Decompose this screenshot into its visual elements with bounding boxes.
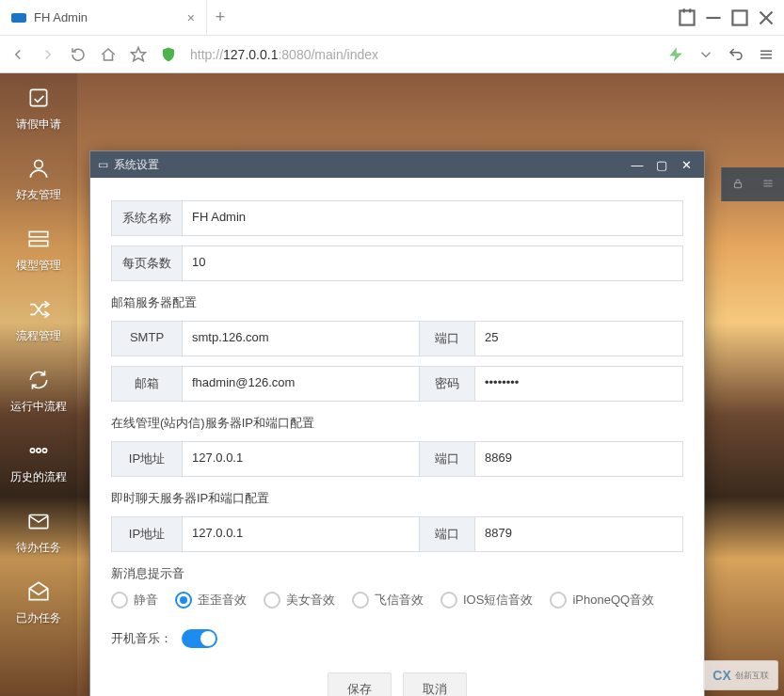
modal-close-icon[interactable]: ✕ (676, 156, 696, 173)
refresh-icon (25, 367, 52, 393)
chat-ip-input[interactable]: 127.0.0.1 (183, 517, 419, 551)
mailbox-label: 邮箱 (112, 367, 183, 401)
sidebar-item-label: 好友管理 (16, 187, 61, 203)
url-port: :8080 (278, 47, 311, 62)
smtp-port-label: 端口 (419, 322, 475, 356)
shield-icon[interactable] (160, 46, 177, 63)
svg-point-11 (35, 160, 43, 168)
page-size-input[interactable]: 10 (183, 246, 682, 280)
server-icon (25, 226, 52, 252)
password-label: 密码 (419, 367, 475, 401)
home-icon[interactable] (100, 46, 117, 63)
window-icon: ▭ (98, 158, 108, 171)
sidebar-item-todo[interactable]: 待办任务 (16, 508, 61, 556)
forward-icon[interactable] (40, 46, 56, 63)
sidebar-item-label: 模型管理 (16, 258, 61, 274)
sidebar-item-friends[interactable]: 好友管理 (16, 155, 61, 203)
flash-icon[interactable] (667, 46, 684, 63)
sound-radio-group: 静音 歪歪音效 美女音效 飞信音效 IOS短信音效 iPhoneQQ音效 (111, 592, 683, 609)
modal-titlebar[interactable]: ▭ 系统设置 — ▢ ✕ (90, 151, 704, 178)
svg-rect-18 (735, 182, 742, 187)
modal-title: 系统设置 (114, 157, 159, 173)
page-size-label: 每页条数 (112, 246, 183, 280)
save-button[interactable]: 保存 (328, 672, 392, 696)
smtp-input[interactable]: smtp.126.com (183, 322, 419, 356)
sys-name-input[interactable]: FH Admin (183, 201, 682, 235)
chat-section-title: 即时聊天服务器IP和端口配置 (111, 490, 683, 507)
radio-label: 静音 (134, 592, 158, 609)
online-port-input[interactable]: 8869 (475, 442, 682, 476)
browser-tab[interactable]: FH Admin × (0, 0, 207, 35)
sidebar-item-process[interactable]: 流程管理 (16, 296, 61, 344)
sound-radio-mute[interactable]: 静音 (111, 592, 158, 609)
new-tab-button[interactable]: + (207, 8, 233, 27)
watermark: CX 创新互联 (703, 660, 778, 690)
svg-rect-2 (732, 10, 746, 24)
chat-port-input[interactable]: 8879 (475, 517, 682, 551)
smtp-port-input[interactable]: 25 (475, 322, 682, 356)
sound-radio-iphoneqq[interactable]: iPhoneQQ音效 (550, 592, 654, 609)
modal-maximize-icon[interactable]: ▢ (651, 156, 672, 173)
radio-label: 美女音效 (286, 592, 335, 609)
url-path: /main/index (311, 47, 378, 62)
sound-radio-beauty[interactable]: 美女音效 (264, 592, 335, 609)
address-bar: http://127.0.0.1:8080/main/index (0, 36, 784, 73)
undo-icon[interactable] (728, 46, 744, 63)
modal-minimize-icon[interactable]: — (627, 156, 648, 173)
lock-icon[interactable] (731, 177, 744, 193)
edit-icon (25, 85, 52, 111)
radio-label: 歪歪音效 (198, 592, 247, 609)
mail-icon (25, 508, 52, 534)
password-input[interactable]: •••••••• (475, 367, 682, 401)
browser-chrome: FH Admin × + http://127.0.0.1:8080/main/… (0, 0, 784, 73)
radio-label: iPhoneQQ音效 (572, 592, 654, 609)
svg-rect-10 (30, 89, 46, 105)
sidebar-item-history[interactable]: 历史的流程 (10, 437, 67, 485)
boot-music-toggle[interactable] (182, 629, 217, 648)
maximize-icon[interactable] (728, 8, 752, 28)
url-host: 127.0.0.1 (223, 47, 278, 62)
header-right-bar (721, 167, 784, 201)
sys-name-label: 系统名称 (112, 201, 183, 235)
url-input[interactable]: http://127.0.0.1:8080/main/index (190, 47, 654, 62)
star-icon[interactable] (130, 46, 147, 63)
menu-icon[interactable] (761, 177, 775, 193)
sound-radio-feixin[interactable]: 飞信音效 (352, 592, 424, 609)
sound-radio-yy[interactable]: 歪歪音效 (175, 592, 247, 609)
sidebar-item-done[interactable]: 已办任务 (16, 578, 61, 626)
minimize-icon[interactable] (701, 8, 726, 28)
svg-point-16 (42, 449, 46, 452)
sound-radio-ios[interactable]: IOS短信音效 (440, 592, 533, 609)
sound-section-title: 新消息提示音 (111, 565, 683, 582)
reload-icon[interactable] (70, 46, 87, 63)
tab-title: FH Admin (34, 10, 180, 24)
chevron-down-icon[interactable] (697, 46, 714, 63)
sidebar-item-label: 已办任务 (16, 610, 61, 626)
sidebar-item-label: 流程管理 (16, 328, 61, 344)
settings-modal: ▭ 系统设置 — ▢ ✕ 系统名称 FH Admin 每页条数 10 邮箱服务器… (89, 150, 705, 696)
close-icon[interactable]: × (187, 10, 195, 25)
online-section-title: 在线管理(站内信)服务器IP和端口配置 (111, 415, 683, 432)
sidebar-item-running[interactable]: 运行中流程 (10, 367, 67, 415)
shuffle-icon (25, 296, 52, 323)
modal-body: 系统名称 FH Admin 每页条数 10 邮箱服务器配置 SMTP smtp.… (90, 178, 704, 696)
chat-port-label: 端口 (419, 517, 475, 551)
smtp-label: SMTP (112, 322, 183, 356)
online-ip-label: IP地址 (112, 442, 183, 476)
mail-section-title: 邮箱服务器配置 (111, 294, 683, 311)
pin-icon[interactable] (675, 8, 699, 28)
radio-label: 飞信音效 (375, 592, 424, 609)
sidebar-item-label: 历史的流程 (10, 469, 67, 485)
back-icon[interactable] (9, 46, 26, 63)
sidebar-item-leave[interactable]: 请假申请 (16, 85, 61, 133)
mailbox-input[interactable]: fhadmin@126.com (183, 367, 419, 401)
svg-rect-13 (29, 241, 48, 245)
online-ip-input[interactable]: 127.0.0.1 (183, 442, 419, 476)
cancel-button[interactable]: 取消 (403, 672, 467, 696)
sidebar-item-model[interactable]: 模型管理 (16, 226, 61, 274)
tab-bar: FH Admin × + (0, 0, 784, 36)
svg-point-14 (30, 449, 34, 452)
close-icon[interactable] (754, 8, 778, 28)
menu-icon[interactable] (758, 46, 775, 63)
window-controls (675, 0, 784, 35)
